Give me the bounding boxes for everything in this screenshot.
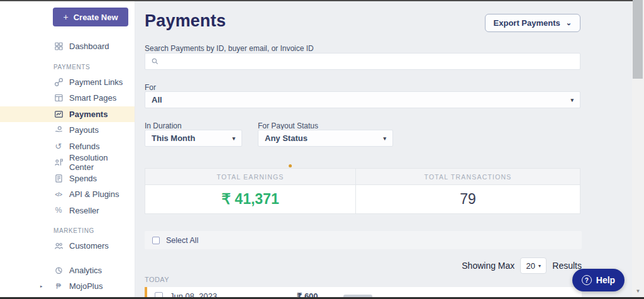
stats-value-row: ₹ 41,371 79 [145,185,580,213]
select-all-checkbox[interactable] [152,237,160,244]
search-icon [151,57,159,65]
max-results-value: 20 [526,261,535,271]
sidebar-item-payment-links[interactable]: Payment Links [0,74,135,91]
sidebar-item-label: Payment Links [69,77,123,87]
export-payments-button[interactable]: Export Payments ⌄ [485,14,580,32]
sidebar-item-label: Payouts [69,125,99,135]
sidebar-nav: Dashboard PAYMENTS Payment Links Smart P… [0,38,135,295]
spends-icon [53,173,64,183]
dashboard-icon [53,42,64,52]
sidebar-item-resolution-center[interactable]: Resolution Center [0,154,135,171]
sidebar-item-dashboard[interactable]: Dashboard [0,38,135,55]
sidebar-item-label: Smart Pages [69,93,116,103]
total-transactions-header: TOTAL TRANSACTIONS [356,169,580,184]
triangle-right-icon[interactable]: ▸ [40,284,43,289]
scrollbar-thumb[interactable] [633,0,643,79]
create-new-button[interactable]: + Create New [53,8,128,26]
sidebar-item-label: Customers [69,241,109,251]
sidebar-item-refunds[interactable]: ↺ Refunds [0,138,135,155]
total-earnings-value: ₹ 41,371 [145,185,356,213]
group-label-today: TODAY [145,276,169,283]
scroll-down-arrow-icon[interactable]: ▼ [632,288,644,294]
plus-icon: + [64,12,69,22]
reseller-percent-icon: % [53,205,64,215]
select-all-label: Select All [166,236,198,245]
sidebar-item-label: Analytics [69,266,102,275]
payout-status-label: For Payout Status [258,121,318,130]
max-results-select[interactable]: 20 ▾ [520,257,547,274]
for-select-value: All [152,95,162,104]
main-content: Payments Export Payments ⌄ Search Paymen… [145,0,582,299]
question-mark-icon: ? [582,275,592,285]
mojoplus-icon: ₱ [53,281,64,291]
search-label: Search Payments by ID, buyer email, or I… [145,44,314,53]
sidebar-item-customers[interactable]: Customers [0,238,135,254]
api-code-icon: </> [53,189,64,200]
showing-max-label: Showing Max [462,261,514,271]
sidebar-item-label: Refunds [69,142,99,151]
smart-pages-icon [53,93,64,103]
for-select[interactable]: All ▾ [145,91,580,108]
resolution-center-icon [53,157,64,167]
caret-down-icon: ▾ [232,135,235,142]
total-transactions-value: 79 [356,185,580,213]
refunds-icon: ↺ [53,141,64,151]
search-box[interactable] [145,53,580,70]
help-label: Help [596,275,615,285]
sidebar-item-mojoplus[interactable]: ▸ ₱ MojoPlus [0,278,135,295]
sidebar-section-payments: PAYMENTS [53,64,135,72]
sidebar-item-spends[interactable]: Spends [0,171,135,187]
caret-down-icon: ▾ [383,135,386,142]
sidebar-item-label: Payments [69,110,108,119]
window-top-edge [0,0,633,1]
export-payments-label: Export Payments [494,18,560,28]
sidebar-item-label: API & Plugins [69,189,119,199]
payout-status-select[interactable]: Any Status ▾ [258,130,393,147]
payouts-icon [53,125,64,135]
showing-max-row: Showing Max 20 ▾ Results [462,257,582,274]
caret-down-icon: ▾ [570,97,574,103]
total-earnings-header: TOTAL EARNINGS [145,169,356,184]
sidebar-item-api-plugins[interactable]: </> API & Plugins [0,186,135,203]
chevron-down-icon: ⌄ [566,19,572,27]
stats-table: TOTAL EARNINGS TOTAL TRANSACTIONS ₹ 41,3… [145,168,580,214]
sidebar-item-label: MojoPlus [69,281,103,291]
payout-status-select-value: Any Status [265,133,308,143]
sidebar-item-smart-pages[interactable]: Smart Pages [0,90,135,106]
customers-icon [53,241,64,251]
payments-chart-icon [53,109,64,119]
notification-dot [289,164,292,167]
sidebar-item-payments[interactable]: Payments [0,106,135,123]
sidebar-item-label: Resolution Center [69,153,135,172]
sidebar-item-analytics[interactable]: Analytics [0,262,135,279]
sidebar-section-marketing: MARKETING [53,227,135,235]
search-input[interactable] [163,54,580,69]
page-scrollbar[interactable]: ▼ [632,0,644,299]
stats-header-row: TOTAL EARNINGS TOTAL TRANSACTIONS [145,169,580,185]
link-icon [53,77,64,87]
analytics-icon [53,265,64,275]
sidebar-item-reseller[interactable]: % Reseller [0,203,135,219]
help-button[interactable]: ? Help [572,269,625,291]
duration-select-value: This Month [152,133,195,143]
sidebar-item-label: Reseller [69,206,99,215]
sidebar-item-label: Spends [69,174,97,183]
results-label: Results [552,261,582,271]
create-new-label: Create New [74,13,118,22]
caret-down-icon: ▾ [538,263,541,269]
duration-label: In Duration [145,121,182,130]
sidebar: + Create New Dashboard PAYMENTS Payment … [0,0,135,299]
for-label: For [145,83,156,92]
sidebar-item-payouts[interactable]: Payouts [0,122,135,138]
duration-select[interactable]: This Month ▾ [145,130,242,147]
sidebar-item-label: Dashboard [69,42,109,51]
page-title: Payments [145,11,226,31]
select-all-bar: Select All [145,231,582,249]
